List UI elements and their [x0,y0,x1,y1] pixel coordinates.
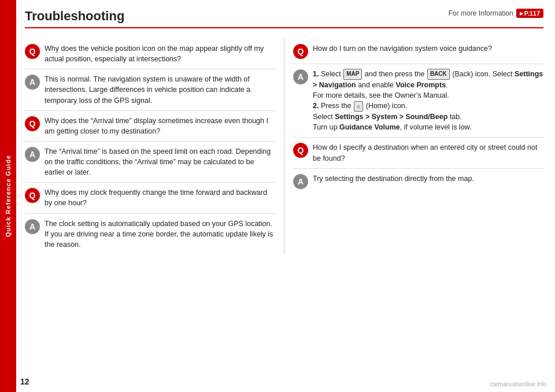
question-text: Why does my clock frequently change the … [45,187,275,208]
question-icon: Q [25,44,40,59]
question-icon: Q [293,44,308,59]
left-sidebar: Quick Reference Guide [0,0,16,392]
qa-row: A The clock setting is automatically upd… [25,214,275,254]
answer-icon: A [293,69,308,84]
answer-icon: A [293,174,308,189]
more-info-label: For more Information [449,9,513,17]
question-text: How do I specify a destination when an e… [313,142,543,163]
qa-row: A 1. Select MAP and then press the BACK … [293,64,543,138]
qa-row: Q Why does my clock frequently change th… [25,183,275,213]
qa-row: A This is normal. The navigation system … [25,69,275,110]
content-columns: Q Why does the vehicle position icon on … [25,39,543,254]
watermark: carmanualsonline.info [490,381,546,387]
answer-text: The clock setting is automatically updat… [45,219,275,250]
qa-row: Q Why does the vehicle position icon on … [25,39,275,69]
sidebar-label: Quick Reference Guide [5,155,12,237]
back-button: BACK [427,69,450,80]
answer-icon: A [25,75,40,90]
more-info: For more Information P.117 [449,9,543,18]
step-2-label: 2. Press the [313,102,353,110]
qa-row: Q How do I specify a destination when an… [293,138,543,168]
page-number: 12 [20,377,29,386]
page-title: Troubleshooting [25,9,124,24]
info-badge: P.117 [516,9,543,18]
step-1-label: 1. Select [313,70,343,78]
question-text: Why does the “Arrival time” display some… [45,116,275,136]
qa-row: Q How do I turn on the navigation system… [293,39,543,64]
answer-text: This is normal. The navigation system is… [45,74,275,105]
main-content: Troubleshooting For more Information P.1… [16,0,555,392]
question-icon: Q [25,116,40,131]
answer-text: Try selecting the destination directly f… [313,173,543,184]
answer-text: The “Arrival time” is based on the speed… [45,146,275,177]
home-button: ⌂ [354,101,363,112]
question-icon: Q [25,188,40,203]
map-button: MAP [343,69,362,80]
right-column: Q How do I turn on the navigation system… [284,39,543,254]
qa-row: A Try selecting the destination directly… [293,169,543,194]
question-icon: Q [293,143,308,158]
question-text: How do I turn on the navigation system v… [313,43,543,54]
page-header: Troubleshooting For more Information P.1… [25,9,543,28]
answer-icon: A [25,147,40,162]
answer-text: 1. Select MAP and then press the BACK (B… [313,69,543,132]
question-text: Why does the vehicle position icon on th… [45,43,275,64]
step-1-text: and then press the [365,70,427,78]
left-column: Q Why does the vehicle position icon on … [25,39,284,254]
qa-row: Q Why does the “Arrival time” display so… [25,111,275,142]
answer-icon: A [25,219,40,234]
qa-row: A The “Arrival time” is based on the spe… [25,142,275,183]
